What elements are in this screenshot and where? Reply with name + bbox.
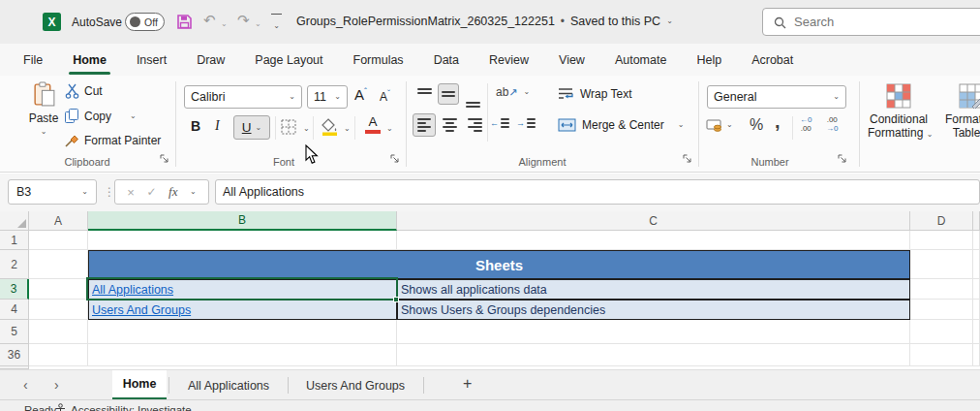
fill-color-chevron-icon[interactable]: ⌄ xyxy=(344,125,351,133)
row-header-5[interactable]: 5 xyxy=(0,320,29,344)
italic-button[interactable]: I xyxy=(215,118,220,134)
fill-color-icon[interactable] xyxy=(321,117,338,136)
number-format-select[interactable]: General ⌄ xyxy=(707,85,846,109)
cell[interactable] xyxy=(910,231,973,250)
cell[interactable] xyxy=(973,320,980,344)
format-painter-button[interactable]: Format Painter xyxy=(64,133,161,148)
sheet-link[interactable]: All Applications xyxy=(89,283,173,297)
column-header-partial[interactable] xyxy=(973,211,980,231)
tab-help[interactable]: Help xyxy=(694,47,723,73)
column-header-d[interactable]: D xyxy=(910,211,973,231)
cell[interactable] xyxy=(973,300,980,320)
increase-decimal-button[interactable]: ←0 .00 xyxy=(800,115,812,133)
cell[interactable] xyxy=(397,231,910,250)
column-header-b[interactable]: B xyxy=(88,211,397,231)
orientation-button[interactable]: ab ↗ ⌄ xyxy=(496,85,530,99)
cell[interactable] xyxy=(397,344,910,366)
format-as-table-button[interactable]: Format as Table ⌄ xyxy=(937,83,980,140)
accounting-format-button[interactable]: ⌄ xyxy=(706,117,733,133)
save-status-text[interactable]: Saved to this PC xyxy=(570,15,660,28)
font-size-select[interactable]: 11 ⌄ xyxy=(307,85,348,109)
borders-chevron-icon[interactable]: ⌄ xyxy=(303,125,310,133)
undo-chevron-icon[interactable]: ⌄ xyxy=(221,20,228,28)
tab-formulas[interactable]: Formulas xyxy=(352,47,406,73)
accessibility-icon[interactable] xyxy=(55,403,66,411)
cell[interactable] xyxy=(29,320,88,344)
select-all-corner[interactable] xyxy=(0,211,29,231)
align-center-button[interactable] xyxy=(443,118,457,132)
save-status-chevron-icon[interactable]: ⌄ xyxy=(666,17,673,25)
increase-font-size-button[interactable]: Aˆ xyxy=(354,86,367,103)
column-header-c[interactable]: C xyxy=(397,211,910,231)
sheet-link[interactable]: Users And Groups xyxy=(89,303,191,317)
tab-review[interactable]: Review xyxy=(487,47,531,73)
cell[interactable] xyxy=(397,320,910,344)
copy-button[interactable]: Copy ⌄ xyxy=(64,108,137,124)
merge-center-button[interactable]: Merge & Center ⌄ xyxy=(558,117,684,133)
cut-button[interactable]: Cut xyxy=(65,83,103,99)
font-dialog-launcher-icon[interactable] xyxy=(389,153,401,165)
tab-draw[interactable]: Draw xyxy=(195,47,227,73)
table-title-cell[interactable]: Sheets xyxy=(88,250,910,279)
font-name-select[interactable]: Calibri ⌄ xyxy=(184,85,302,109)
font-color-chevron-icon[interactable]: ⌄ xyxy=(386,125,393,133)
redo-chevron-icon[interactable]: ⌄ xyxy=(255,20,261,28)
sheet-nav-left-icon[interactable]: ‹ xyxy=(23,377,28,393)
new-sheet-button[interactable]: + xyxy=(463,375,472,393)
top-align-button[interactable] xyxy=(417,88,432,102)
tab-acrobat[interactable]: Acrobat xyxy=(750,47,795,73)
borders-icon[interactable] xyxy=(281,119,296,135)
tab-automate[interactable]: Automate xyxy=(613,47,669,73)
save-icon[interactable] xyxy=(176,14,193,30)
search-box[interactable] xyxy=(762,8,980,36)
cell[interactable] xyxy=(88,344,397,366)
comma-style-button[interactable]: , xyxy=(775,111,781,133)
cell-b4[interactable]: Users And Groups xyxy=(88,300,397,320)
cell[interactable] xyxy=(29,344,88,366)
row-header-2[interactable]: 2 xyxy=(0,250,29,279)
middle-align-button[interactable] xyxy=(438,83,459,105)
cell[interactable] xyxy=(910,279,973,300)
enter-icon[interactable]: ✓ xyxy=(146,185,156,199)
cell[interactable] xyxy=(910,344,973,366)
cell[interactable] xyxy=(973,344,980,366)
accessibility-status[interactable]: Accessibility: Investigate xyxy=(71,403,192,411)
conditional-formatting-button[interactable]: Conditional Formatting ⌄ xyxy=(868,83,930,140)
cell[interactable] xyxy=(29,250,88,279)
cell[interactable] xyxy=(88,320,397,344)
cancel-icon[interactable]: × xyxy=(127,185,135,200)
fx-chevron-icon[interactable]: ⌄ xyxy=(190,188,197,196)
formula-input[interactable]: All Applications xyxy=(215,179,980,205)
tab-data[interactable]: Data xyxy=(432,47,461,73)
align-right-button[interactable] xyxy=(468,118,482,132)
cell[interactable] xyxy=(29,300,88,320)
decrease-indent-button[interactable]: ← xyxy=(490,118,509,128)
number-dialog-launcher-icon[interactable] xyxy=(837,153,848,165)
cell[interactable] xyxy=(29,279,88,300)
cell-c4[interactable]: Shows Users & Groups dependencies xyxy=(397,300,910,320)
row-header-1[interactable]: 1 xyxy=(0,231,29,250)
row-header-36[interactable]: 36 xyxy=(0,344,29,366)
row-header-3[interactable]: 3 xyxy=(0,279,29,300)
autosave-toggle[interactable]: Off xyxy=(125,13,165,31)
sheet-tab-home[interactable]: Home xyxy=(112,370,167,400)
customize-quick-access-icon[interactable]: ⌄ xyxy=(271,14,282,32)
column-header-a[interactable]: A xyxy=(29,211,88,231)
tab-page-layout[interactable]: Page Layout xyxy=(253,47,324,73)
percent-style-button[interactable]: % xyxy=(750,116,763,134)
paste-button[interactable]: Paste ⌄ xyxy=(21,81,66,136)
search-input[interactable] xyxy=(794,15,949,29)
bold-button[interactable]: B xyxy=(191,118,200,134)
sheet-tab-all-applications[interactable]: All Applications xyxy=(172,370,285,400)
cell[interactable] xyxy=(88,231,397,250)
decrease-font-size-button[interactable]: Aˇ xyxy=(380,88,390,104)
tab-file[interactable]: File xyxy=(21,47,45,73)
redo-button[interactable]: ↷ xyxy=(237,12,250,29)
font-color-button[interactable]: A xyxy=(365,115,381,134)
decrease-decimal-button[interactable]: .00 →0 xyxy=(826,115,838,133)
cell[interactable] xyxy=(973,231,980,250)
cell[interactable] xyxy=(973,250,980,279)
cell[interactable] xyxy=(910,250,973,279)
tab-home[interactable]: Home xyxy=(71,47,108,73)
tab-insert[interactable]: Insert xyxy=(135,47,168,73)
